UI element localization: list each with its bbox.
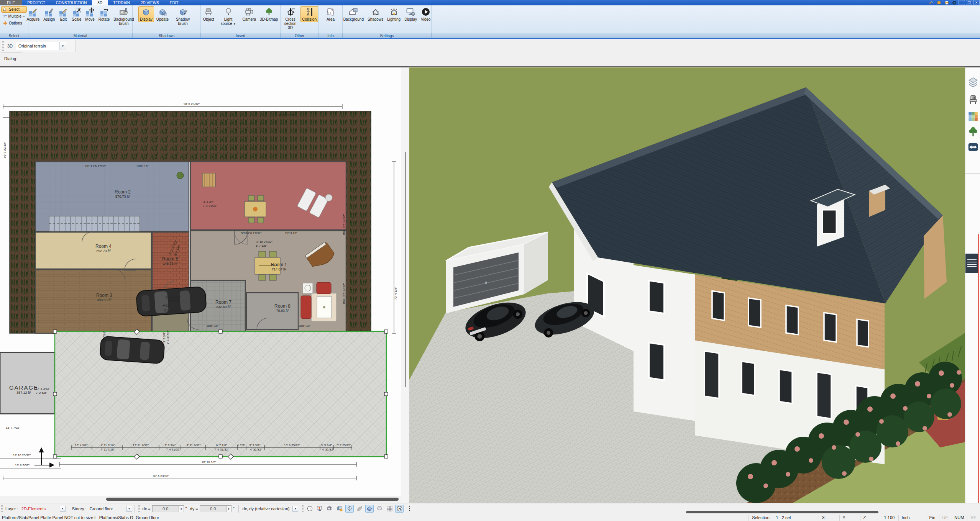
restore-button[interactable]: ❐ [966, 0, 972, 5]
horizontal-scrollbar-2d[interactable] [0, 496, 401, 503]
display-button[interactable]: Display [138, 6, 154, 22]
tab-edit[interactable]: EDIT [164, 0, 184, 5]
hatch-icon [356, 505, 363, 512]
layer-chevron-icon[interactable]: ▼ [60, 506, 66, 512]
grid-toggle[interactable] [385, 505, 394, 513]
shadow-brush-button[interactable]: Shadow brush [171, 6, 195, 26]
axis-origin-icon [34, 448, 54, 467]
horizontal-scrollbar-3d-thumb[interactable] [686, 511, 878, 513]
layers3d-panel-button[interactable] [967, 76, 979, 88]
furniture-panel-button[interactable] [967, 93, 979, 105]
bulb-icon [224, 7, 233, 16]
toolbar-grip[interactable] [2, 41, 4, 51]
plants-panel-button[interactable] [967, 126, 979, 138]
ribbon-group-material: AcquireAssignEditScaleMoveRotateBackgrou… [28, 5, 133, 33]
options-button[interactable]: Options [1, 20, 27, 26]
compass-n-toggle[interactable]: N [395, 505, 404, 513]
display-button[interactable]: Display [403, 6, 419, 22]
titlebar-spacer [184, 0, 927, 5]
dy-unit: " [233, 506, 235, 511]
ribbon-group-insert: ObjectLight source ▼Camera3D-Bitmap [201, 5, 281, 33]
chevron-down-icon[interactable]: ▼ [59, 42, 66, 50]
tab-terrain[interactable]: TERRAIN [108, 0, 135, 5]
vertical-scrollbar-thumb[interactable] [405, 152, 406, 387]
view-mode-label: 3D [7, 44, 13, 48]
floor-plan-2d-view[interactable]: Room 2570.73 ft²Room 4252.73 ft²Room 339… [0, 67, 401, 496]
rotate-button[interactable]: Rotate [97, 6, 111, 22]
contours-toggle[interactable] [375, 505, 384, 513]
light-source-button[interactable]: Light source ▼ [217, 6, 240, 27]
background-button[interactable]: Background [342, 6, 365, 22]
printer-button[interactable] [944, 0, 950, 5]
camera-button[interactable]: Camera [241, 6, 258, 22]
render-3d-view[interactable] [409, 67, 965, 503]
tab-2d-views[interactable]: 2D VIEWS [135, 0, 164, 5]
view-toolbar-row: 3D Original terrain ▼ [0, 38, 980, 52]
dx-unit: " [185, 506, 187, 511]
dots-toggle[interactable] [405, 505, 414, 513]
tab-project[interactable]: PROJECT [22, 0, 51, 5]
multiple-button[interactable]: Multiple▼ [1, 13, 27, 20]
layers-plus-toggle[interactable] [335, 505, 344, 513]
collision-button[interactable]: Collision [300, 6, 318, 22]
dy-input[interactable]: 0.0 [200, 505, 227, 512]
ribbon-group-other: Cross section 3DCollision [281, 5, 319, 33]
toolbar-grip[interactable] [1, 505, 3, 513]
monitor-star-toggle[interactable] [315, 505, 324, 513]
hatch-toggle[interactable] [355, 505, 364, 513]
minimize-button[interactable]: ─ [959, 0, 965, 5]
storey-chevron-icon[interactable]: ▼ [126, 506, 132, 512]
cross-section-3d-button[interactable]: Cross section 3D [281, 6, 300, 31]
select-button[interactable]: Select [1, 6, 27, 13]
bghouse-icon [349, 7, 358, 16]
close-button[interactable]: ✕ [973, 0, 980, 5]
snap-angle-toggle[interactable] [345, 505, 354, 513]
materials-panel-button[interactable] [967, 110, 979, 122]
dx-spinner[interactable]: ▲▼ [179, 505, 184, 512]
tab-3d[interactable]: 3D [92, 0, 108, 5]
sq-move-icon [85, 7, 95, 16]
terrain-select[interactable]: Original terrain ▼ [16, 42, 66, 50]
area-button[interactable]: ?Area [325, 6, 337, 22]
dy-spinner[interactable]: ▲▼ [227, 505, 231, 512]
sq-rotate-icon [100, 7, 109, 16]
object-button[interactable]: Object [202, 6, 216, 22]
tools-button[interactable] [928, 0, 934, 5]
teamviewer-panel-button[interactable] [967, 141, 979, 153]
package-icon [937, 0, 941, 5]
help-button[interactable]: ? [951, 0, 957, 5]
terrain-panel: 3D Original terrain ▼ [1, 40, 76, 52]
acquire-button[interactable]: Acquire [25, 6, 41, 22]
3d-bitmap-button[interactable]: 3D-Bitmap [258, 6, 279, 22]
update-button[interactable]: Update [155, 6, 170, 22]
prism-toggle[interactable] [365, 505, 374, 513]
tab-file[interactable]: FILE [0, 0, 22, 5]
scale-button[interactable]: Scale [70, 6, 83, 22]
video-button[interactable]: Video [419, 6, 432, 22]
camera-toggle[interactable] [325, 505, 334, 513]
lighting-button[interactable]: Lighting [386, 6, 402, 22]
sidebar-divider [965, 173, 980, 174]
move-button[interactable]: Move [84, 6, 96, 22]
assign-button[interactable]: Assign [42, 6, 56, 22]
tab-construction[interactable]: CONSTRUCTION [51, 0, 92, 5]
coord-mode-chevron-icon[interactable]: ▼ [292, 506, 298, 512]
coord-mode-select[interactable]: dx, dy (relative cartesian) [243, 506, 290, 511]
vertical-scrollbar-2d[interactable] [401, 67, 409, 503]
cursor-icon [3, 7, 8, 12]
ribbon-tab-bar: FILEPROJECTCONSTRUCTION3DTERRAIN2D VIEWS… [0, 0, 980, 5]
status-cell-ein: Ein [926, 515, 939, 521]
shadows-button[interactable]: Shadows [366, 6, 385, 22]
storey-label: Storey : [72, 506, 87, 511]
toolbar-grip[interactable] [138, 505, 140, 513]
dx-input[interactable]: 0.0 [152, 505, 179, 512]
layer-value[interactable]: 2D-Elements [21, 506, 57, 511]
toolbar-grip[interactable] [302, 505, 304, 513]
storey-value[interactable]: Ground floor [90, 506, 123, 511]
background-brush-button[interactable]: Background brush [112, 6, 135, 26]
panel-handle[interactable] [965, 254, 978, 273]
package-button[interactable] [936, 0, 942, 5]
horizontal-scrollbar-thumb[interactable] [106, 498, 399, 501]
edit-button[interactable]: Edit [57, 6, 69, 22]
clock-toggle[interactable] [305, 505, 314, 513]
